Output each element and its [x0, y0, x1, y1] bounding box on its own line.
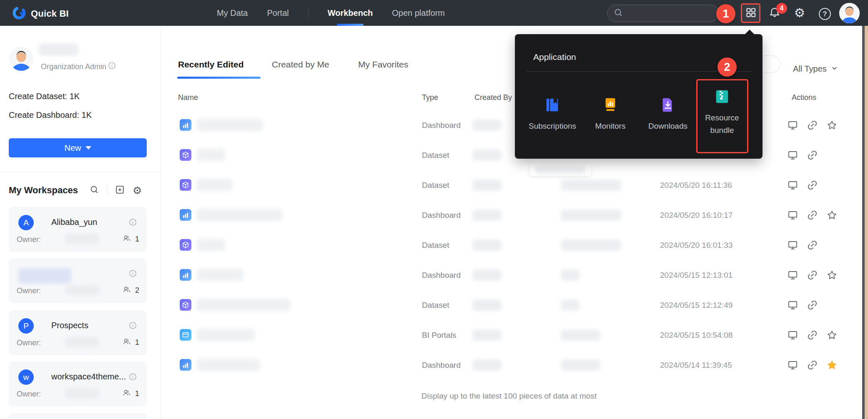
share-link-icon[interactable] [807, 299, 818, 311]
share-link-icon[interactable] [807, 150, 818, 161]
screen-edge-artifact [865, 26, 868, 419]
dashboard-icon [180, 209, 191, 221]
row-type: Dataset [422, 181, 449, 190]
panel-item-downloads[interactable]: Downloads [639, 34, 697, 159]
dashboard-icon [180, 269, 191, 281]
row-modified-date: 2024/05/20 16:01:33 [660, 241, 733, 250]
share-link-icon[interactable] [807, 269, 818, 281]
row-name-blurred [196, 329, 255, 341]
favorite-star-icon[interactable] [826, 120, 838, 131]
workspace-card-prospects[interactable]: P Prospects Owner: 1 [9, 310, 147, 355]
favorite-star-icon[interactable] [826, 210, 838, 221]
bi-portal-icon [180, 329, 191, 341]
workspace-card-partial[interactable] [9, 413, 147, 419]
row-type: Dataset [422, 151, 449, 160]
share-link-icon[interactable] [807, 210, 818, 221]
people-icon [122, 388, 131, 399]
add-workspace-icon[interactable] [115, 185, 125, 197]
row-type: Dataset [422, 301, 449, 310]
row-created-by-blurred [472, 329, 502, 341]
favorite-star-icon[interactable] [826, 269, 838, 281]
top-bar: Quick BI My DataPortalWorkbenchOpen plat… [0, 0, 868, 26]
share-link-icon[interactable] [807, 180, 818, 191]
column-header-actions: Actions [792, 93, 816, 102]
user-avatar[interactable] [839, 3, 860, 23]
nav-item-open-platform[interactable]: Open platform [392, 0, 445, 26]
preview-monitor-icon[interactable] [787, 329, 798, 341]
favorite-star-icon[interactable] [826, 329, 838, 341]
table-row[interactable]: BI Portals 2024/05/15 10:54:08 [161, 320, 868, 350]
profile-name-blurred [38, 43, 78, 56]
row-type: Dashboard [422, 211, 461, 220]
table-row[interactable]: Dataset 2024/05/20 16:11:36 [161, 170, 868, 200]
workspace-avatar: A [18, 215, 34, 230]
workspace-avatar: w [18, 369, 34, 385]
annotation-step-1-badge: 1 [716, 4, 735, 23]
app-launcher-button[interactable] [741, 3, 760, 23]
application-panel: Application Subscriptions Monitors Downl… [515, 34, 763, 159]
workspace-members: 1 [122, 234, 139, 244]
workspace-card-blurred[interactable]: Owner: 2 [9, 258, 147, 303]
share-link-icon[interactable] [807, 359, 818, 371]
sidebar-divider [0, 172, 161, 172]
preview-monitor-icon[interactable] [787, 180, 798, 191]
row-modified-by-blurred [561, 269, 580, 281]
info-icon[interactable] [129, 269, 137, 279]
info-icon[interactable] [129, 373, 137, 382]
dashboard-icon [180, 359, 191, 371]
row-type: Dataset [422, 241, 449, 250]
preview-monitor-icon[interactable] [787, 120, 798, 131]
workspace-card-workspace4theme-[interactable]: w workspace4theme... Owner: 1 [9, 362, 147, 407]
quota-create-dashboard: Create Dashboard: 1K [9, 110, 92, 120]
workspace-search-icon[interactable] [89, 185, 99, 196]
row-name-blurred [196, 239, 225, 251]
table-row[interactable]: Dataset 2024/05/15 12:12:49 [161, 290, 868, 320]
help-button[interactable]: ? [819, 8, 831, 20]
workspace-owner-blurred [65, 234, 100, 244]
preview-monitor-icon[interactable] [787, 210, 798, 221]
preview-monitor-icon[interactable] [787, 269, 798, 281]
dataset-icon [180, 179, 191, 191]
nav-item-my-data[interactable]: My Data [217, 0, 248, 26]
question-mark-icon: ? [823, 10, 827, 18]
table-row[interactable]: Dashboard 2024/05/15 12:13:01 [161, 260, 868, 290]
info-icon[interactable] [108, 62, 116, 72]
preview-monitor-icon[interactable] [787, 239, 798, 251]
new-button[interactable]: New [9, 138, 147, 157]
info-icon[interactable] [129, 322, 137, 331]
favorite-star-icon[interactable] [826, 359, 838, 371]
row-name-blurred [196, 179, 233, 191]
workspace-card-alibaba-yun[interactable]: A Alibaba_yun Owner: 1 [9, 207, 147, 252]
nav-item-workbench[interactable]: Workbench [328, 0, 373, 26]
panel-item-label: Subscriptions [523, 120, 582, 132]
type-filter-dropdown[interactable]: All Types [793, 64, 838, 74]
preview-monitor-icon[interactable] [787, 150, 798, 161]
global-search-input[interactable] [607, 5, 719, 22]
share-link-icon[interactable] [807, 120, 818, 131]
profile-avatar[interactable] [9, 47, 33, 71]
row-type: Dashboard [422, 271, 461, 280]
brand[interactable]: Quick BI [12, 5, 69, 22]
panel-item-monitors[interactable]: Monitors [581, 34, 640, 159]
panel-item-subscriptions[interactable]: Subscriptions [523, 34, 582, 159]
settings-button[interactable]: ⚙ [793, 7, 806, 19]
table-row[interactable]: Dashboard 2024/05/20 16:10:17 [161, 200, 868, 230]
info-icon[interactable] [129, 218, 137, 228]
row-modified-by-blurred [561, 210, 621, 221]
workspace-settings-gear-icon[interactable]: ⚙ [133, 185, 142, 196]
share-link-icon[interactable] [807, 239, 818, 251]
table-row[interactable]: Dashboard 2024/05/14 11:39:45 [161, 350, 868, 380]
share-link-icon[interactable] [807, 329, 818, 341]
workspace-name: Prospects [51, 321, 88, 330]
preview-monitor-icon[interactable] [787, 359, 798, 371]
preview-monitor-icon[interactable] [787, 299, 798, 311]
table-row[interactable]: Dataset 2024/05/20 16:01:33 [161, 230, 868, 260]
row-type: BI Portals [422, 331, 456, 340]
tab-recently-edited[interactable]: Recently Edited [178, 60, 244, 76]
workspace-name: Alibaba_yun [51, 217, 97, 227]
nav-item-portal[interactable]: Portal [267, 0, 288, 26]
tab-created-by-me[interactable]: Created by Me [272, 60, 329, 76]
workspace-avatar: P [18, 318, 34, 334]
tab-my-favorites[interactable]: My Favorites [358, 60, 408, 76]
row-created-by-blurred [472, 239, 502, 251]
